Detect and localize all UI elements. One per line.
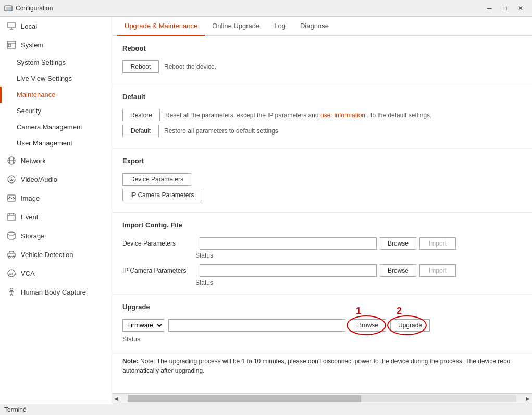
default-button[interactable]: Default [122,125,159,137]
sidebar-item-user-management[interactable]: User Management [0,135,112,151]
sidebar-label-system-settings: System Settings [17,58,66,66]
sidebar-label-camera-management: Camera Management [17,123,82,131]
default-title: Default [122,90,522,104]
sidebar-item-system-settings[interactable]: System Settings [0,54,112,70]
firmware-select-wrapper: Firmware [122,319,164,332]
network-icon [6,155,17,166]
minimize-button[interactable]: ─ [482,3,497,14]
firmware-select[interactable]: Firmware [122,319,164,332]
import-title: Import Config. File [122,218,522,232]
event-icon [6,212,17,222]
scrollbar-track[interactable] [128,395,516,402]
sidebar-item-security[interactable]: Security [0,103,112,119]
upgrade-title: Upgrade [122,300,522,314]
monitor-icon [6,21,17,31]
scroll-right-arrow[interactable]: ▶ [526,396,530,401]
export-ip-row: IP Camera Parameters [122,189,522,201]
default-row: Default Restore all parameters to defaul… [122,125,522,137]
status-text: Terminé [4,406,27,413]
sidebar-label-image: Image [21,194,40,202]
svg-line-30 [11,294,13,296]
svg-rect-1 [6,7,11,10]
svg-text:VCA: VCA [9,272,16,276]
ip-camera-import-label: IP Camera Parameters [122,267,195,274]
sidebar-label-vca: VCA [21,270,35,277]
ip-browse-button[interactable]: Browse [380,264,416,277]
sidebar-label-system: System [21,41,43,49]
sidebar-label-user-management: User Management [17,139,72,147]
ip-camera-params-export-button[interactable]: IP Camera Parameters [122,189,202,201]
active-indicator [0,87,2,103]
sidebar-item-event[interactable]: Event [0,207,112,226]
sidebar-label-live-view-settings: Live View Settings [17,75,72,82]
restore-button[interactable]: Restore [122,109,160,121]
device-browse-button[interactable]: Browse [380,237,416,250]
close-button[interactable]: ✕ [513,3,528,14]
upgrade-section: Upgrade Firmware 1 [112,295,532,351]
reboot-button[interactable]: Reboot [122,60,159,73]
ip-status-label: Status [122,279,522,286]
device-file-input-row: Browse Import [200,237,456,250]
import-section: Import Config. File Device Parameters Br… [112,213,532,295]
tab-upgrade-maintenance[interactable]: Upgrade & Maintenance [117,17,205,36]
ip-import-button[interactable]: Import [419,264,456,277]
status-bar: Terminé [0,404,532,415]
device-params-file-input[interactable] [200,237,377,250]
image-icon [6,193,17,203]
sidebar-label-network: Network [21,157,46,165]
sidebar-item-image[interactable]: Image [0,189,112,207]
sidebar-item-camera-management[interactable]: Camera Management [0,119,112,135]
main-container: Local System System Settings Live View S… [0,17,532,404]
export-title: Export [122,154,522,168]
svg-point-26 [10,288,13,291]
sidebar-item-local[interactable]: Local [0,17,112,35]
tab-online-upgrade[interactable]: Online Upgrade [205,17,267,36]
ip-camera-file-input[interactable] [200,264,377,277]
sidebar-item-live-view-settings[interactable]: Live View Settings [0,70,112,87]
sidebar-label-video-audio: Video/Audio [21,176,57,184]
sidebar-item-storage[interactable]: Storage [0,226,112,245]
video-icon [6,174,17,185]
sidebar-item-human-body-capture[interactable]: Human Body Capture [0,283,112,301]
upgrade-browse-button[interactable]: Browse [350,319,386,332]
svg-line-29 [10,294,11,296]
restore-row: Restore Reset all the parameters, except… [122,109,522,121]
export-section: Export Device Parameters IP Camera Param… [112,149,532,213]
tab-diagnose[interactable]: Diagnose [293,17,336,36]
reboot-title: Reboot [122,41,522,55]
annotation-1: 1 [356,306,361,316]
upgrade-button[interactable]: Upgrade [390,319,430,332]
sidebar: Local System System Settings Live View S… [0,17,112,404]
default-description: Restore all parameters to default settin… [164,127,280,135]
sidebar-item-maintenance[interactable]: Maintenance [0,87,112,103]
system-icon [6,40,17,50]
tab-log[interactable]: Log [267,17,293,36]
device-params-import-label: Device Parameters [122,240,195,247]
sidebar-item-vehicle-detection[interactable]: Vehicle Detection [0,245,112,264]
upgrade-button-wrapper: 2 Upgrade [390,319,430,332]
sidebar-item-network[interactable]: Network [0,151,112,170]
sidebar-label-maintenance: Maintenance [17,91,55,99]
svg-point-15 [9,197,11,198]
export-row: Device Parameters [122,173,522,186]
upgrade-status-label: Status [122,336,522,343]
device-params-export-button[interactable]: Device Parameters [122,173,191,186]
sidebar-item-video-audio[interactable]: Video/Audio [0,170,112,189]
upgrade-file-input[interactable] [168,319,345,332]
storage-icon [6,230,17,241]
content-panel: Upgrade & Maintenance Online Upgrade Log… [112,17,532,404]
sidebar-item-vca[interactable]: VCA VCA [0,264,112,283]
scroll-left-arrow[interactable]: ◀ [114,396,118,401]
sidebar-label-event: Event [21,213,38,221]
content-area: Reboot Reboot Reboot the device. Default… [112,36,532,393]
sidebar-label-vehicle-detection: Vehicle Detection [21,251,73,259]
device-import-button[interactable]: Import [419,237,456,250]
svg-point-20 [8,232,15,235]
maximize-button[interactable]: □ [498,3,512,14]
sidebar-label-human-body-capture: Human Body Capture [21,288,86,296]
sidebar-item-system[interactable]: System [0,35,112,54]
ip-file-input-row: Browse Import [200,264,456,277]
upgrade-row: Firmware 1 Browse 2 [122,319,522,332]
window-controls: ─ □ ✕ [482,3,528,14]
import-device-row: Device Parameters Browse Import [122,237,522,250]
